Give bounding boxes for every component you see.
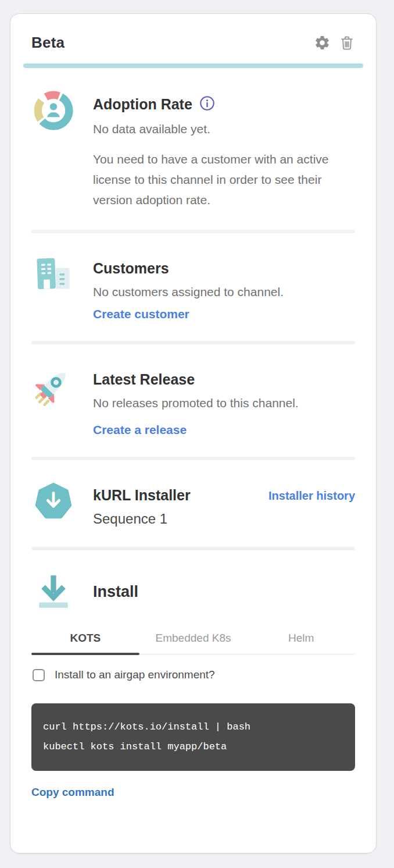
kurl-installer-title: kURL Installer <box>93 487 191 504</box>
adoption-empty-body: You need to have a customer with an acti… <box>93 149 337 210</box>
tab-helm[interactable]: Helm <box>247 628 355 654</box>
tab-kots[interactable]: KOTS <box>31 628 139 654</box>
adoption-rate-title: Adoption Rate <box>93 96 192 113</box>
airgap-row: Install to an airgap environment? <box>31 668 355 681</box>
gear-icon[interactable] <box>314 34 331 51</box>
install-title: Install <box>93 583 138 601</box>
create-customer-link[interactable]: Create customer <box>93 307 189 321</box>
code-line-1: curl https://kots.io/install | bash <box>43 717 343 737</box>
install-tabs: KOTS Embedded K8s Helm <box>31 628 355 654</box>
channel-card: Beta <box>10 13 377 853</box>
section-adoption-rate: Adoption Rate No data available yet. You… <box>31 68 355 210</box>
release-empty-title: No releases promoted to this channel. <box>93 396 355 410</box>
airgap-label: Install to an airgap environment? <box>55 668 215 681</box>
copy-command-link[interactable]: Copy command <box>31 786 114 799</box>
tab-embedded-k8s[interactable]: Embedded K8s <box>139 628 248 654</box>
latest-release-title: Latest Release <box>93 371 355 388</box>
section-install: Install <box>31 550 355 611</box>
section-customers: Customers No customers assigned to chann… <box>31 233 355 321</box>
airgap-checkbox[interactable] <box>33 669 45 681</box>
code-line-2: kubectl kots install myapp/beta <box>43 737 343 757</box>
section-latest-release: Latest Release No releases promoted to t… <box>31 344 355 437</box>
kurl-sequence-label: Sequence 1 <box>93 511 191 527</box>
channel-accent-bar <box>23 63 363 68</box>
info-icon[interactable] <box>199 95 215 115</box>
customers-title: Customers <box>93 260 355 277</box>
buildings-icon <box>31 254 76 321</box>
installer-history-link[interactable]: Installer history <box>268 487 355 503</box>
header-actions <box>314 34 355 51</box>
channel-title: Beta <box>31 34 65 52</box>
adoption-donut-icon <box>31 89 76 210</box>
card-header: Beta <box>31 34 355 52</box>
install-command-code-block: curl https://kots.io/install | bashkubec… <box>31 703 355 771</box>
adoption-empty-title: No data available yet. <box>93 122 355 136</box>
rocket-icon <box>31 365 76 437</box>
trash-icon[interactable] <box>339 34 355 51</box>
customers-empty-title: No customers assigned to channel. <box>93 285 355 299</box>
download-arrow-icon <box>31 572 76 611</box>
kurl-heptagon-icon <box>31 481 76 527</box>
section-kurl-installer: kURL Installer Sequence 1 Installer hist… <box>31 460 355 527</box>
create-release-link[interactable]: Create a release <box>93 423 187 437</box>
